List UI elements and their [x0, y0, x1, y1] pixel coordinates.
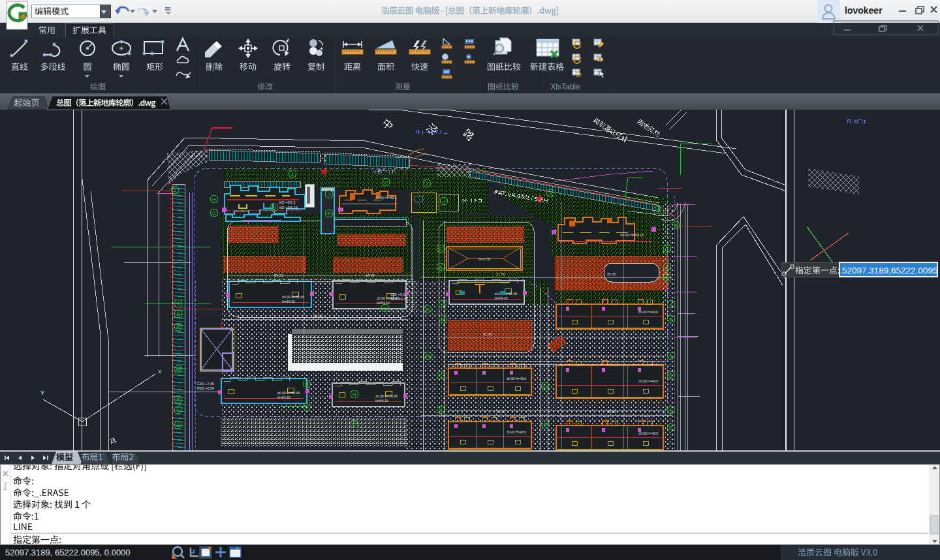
- svg-text:52097.3189,65222.0095: 52097.3189,65222.0095: [842, 266, 937, 275]
